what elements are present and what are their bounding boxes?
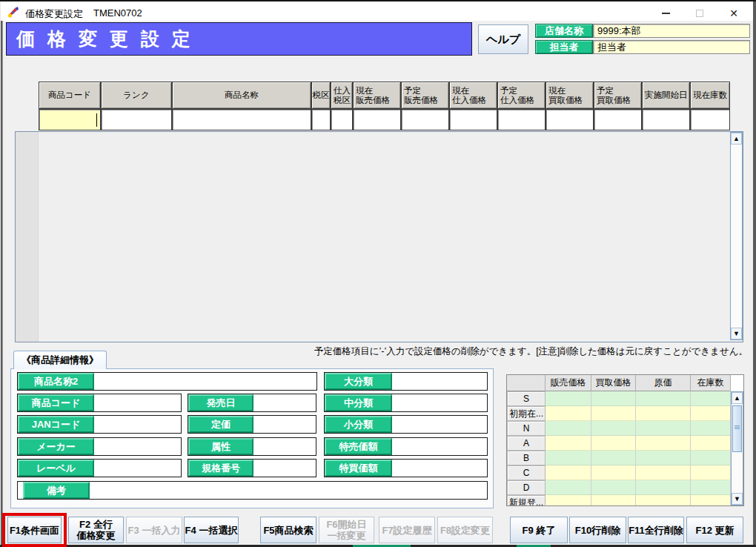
input-planned-sale-price[interactable] (401, 109, 449, 130)
col-header-planned-purchase-price: 予定 仕入価格 (497, 82, 546, 109)
scroll-down-icon[interactable]: ▼ (731, 328, 742, 339)
rank-row (546, 480, 731, 495)
help-button[interactable]: ヘルプ (478, 24, 528, 54)
field-input[interactable] (392, 394, 487, 411)
input-product-name[interactable] (172, 109, 311, 130)
window-title: 価格変更設定 (25, 7, 83, 21)
minimize-icon (662, 13, 670, 14)
field-label: JANコード (18, 416, 94, 433)
field-input[interactable] (392, 416, 487, 433)
field-maker: メーカー (17, 437, 182, 456)
f12-update-button[interactable]: F12 更新 (686, 517, 743, 543)
input-product-code[interactable] (39, 109, 101, 130)
field-input[interactable] (392, 438, 487, 455)
rank-grid-scrollbar[interactable]: ▲ ▼ (731, 391, 743, 505)
rank-col-cost: 原価 (636, 375, 691, 391)
field-special-buyback-price: 特買価額 (324, 459, 488, 477)
field-remarks: 備考 (17, 481, 488, 500)
product-list-row-header-column (16, 132, 39, 342)
input-purchase-tax[interactable] (331, 109, 353, 130)
f9-exit-button[interactable]: F9 終了 (510, 517, 568, 543)
field-label: 規格番号 (188, 460, 253, 477)
col-header-product-code: 商品コード (39, 82, 101, 109)
input-current-purchase-price[interactable] (449, 109, 497, 130)
rank-price-grid: 販売価格 買取価格 原価 在庫数 S 初期在... N A B C D 新規登.… (506, 374, 744, 506)
maximize-button[interactable] (683, 4, 717, 22)
col-header-current-sale-price: 現在 販売価格 (353, 82, 401, 109)
rank-row-label: A (507, 436, 546, 451)
input-tax[interactable] (311, 109, 331, 130)
scroll-up-icon[interactable]: ▲ (732, 392, 743, 404)
field-label: 属性 (188, 438, 253, 455)
table-header-row: 商品コード ランク 商品名称 税区 仕入 税区 現在 販売価格 予定 販売価格 … (39, 82, 730, 109)
f2-all-rows-price-change-button[interactable]: F2 全行 価格変更 (68, 517, 124, 543)
field-product-name2: 商品名称2 (17, 372, 317, 391)
field-input[interactable] (94, 460, 181, 477)
input-rank[interactable] (101, 109, 172, 130)
scroll-up-icon[interactable]: ▲ (731, 133, 742, 145)
scrollbar-thumb[interactable] (732, 405, 742, 452)
field-standard-number: 規格番号 (188, 459, 316, 477)
operator-label: 担当者 (535, 40, 593, 54)
note-text: 予定価格項目に’-’入力で設定価格の削除ができます。[注意]削除した価格は元に戻… (314, 345, 748, 358)
field-input[interactable] (90, 482, 487, 499)
f10-delete-row-button[interactable]: F10行削除 (569, 517, 626, 543)
page-title: 価 格 変 更 設 定 (6, 22, 472, 56)
product-list-area[interactable] (15, 131, 743, 342)
field-label: 備考 (23, 482, 90, 499)
minimize-button[interactable] (649, 4, 683, 22)
field-large-category: 大分類 (324, 372, 488, 391)
field-input[interactable] (253, 438, 316, 455)
field-input[interactable] (392, 460, 487, 477)
field-input[interactable] (94, 373, 316, 390)
field-product-code: 商品コード (17, 394, 182, 412)
field-release-date: 発売日 (188, 394, 316, 412)
f3-batch-input-button: F3 一括入力 (126, 517, 182, 543)
window-border-left (0, 1, 3, 547)
field-special-sale-price: 特売価額 (324, 437, 488, 456)
field-input[interactable] (253, 460, 316, 477)
field-label: 商品名称2 (18, 373, 94, 390)
input-stock[interactable] (690, 109, 730, 130)
field-label: 特買価額 (325, 460, 392, 477)
titlebar: 価格変更設定 TMEN0702 ✕ (1, 1, 753, 21)
col-header-product-name: 商品名称 (172, 82, 311, 109)
col-header-current-purchase-price: 現在 仕入価格 (449, 82, 497, 109)
field-label: メーカー (18, 438, 94, 455)
field-input[interactable] (94, 416, 181, 433)
rank-row (546, 391, 731, 406)
tab-product-detail[interactable]: 《商品詳細情報》 (13, 351, 107, 369)
col-header-tax: 税区 (311, 82, 331, 109)
field-input[interactable] (253, 394, 316, 411)
close-button[interactable]: ✕ (717, 4, 751, 22)
col-header-purchase-tax: 仕入 税区 (331, 82, 353, 109)
rank-row-label: S (507, 391, 546, 406)
field-input[interactable] (94, 394, 181, 411)
f4-batch-select-button[interactable]: F4 一括選択 (184, 517, 239, 543)
field-input[interactable] (392, 373, 487, 390)
rank-col-buyback-price: 買取価格 (591, 375, 636, 391)
field-label: レーベル (18, 460, 94, 477)
text-caret (96, 113, 97, 127)
input-planned-purchase-price[interactable] (497, 109, 546, 130)
scroll-down-icon[interactable]: ▼ (732, 493, 743, 505)
rank-row-label: 初期在... (507, 406, 546, 421)
field-input[interactable] (94, 438, 181, 455)
rank-col-stock: 在庫数 (691, 375, 731, 391)
col-header-planned-buyback-price: 予定 買取価格 (594, 82, 642, 109)
col-header-current-buyback-price: 現在 買取価格 (546, 82, 594, 109)
field-label: 大分類 (325, 373, 392, 390)
input-planned-buyback-price[interactable] (594, 109, 642, 130)
field-mid-category: 中分類 (324, 394, 488, 412)
field-input[interactable] (253, 416, 316, 433)
rank-row (546, 436, 731, 451)
input-current-buyback-price[interactable] (546, 109, 594, 130)
f11-delete-all-rows-button[interactable]: F11全行削除 (628, 517, 684, 543)
f7-setting-history-button: F7設定履歴 (379, 517, 435, 543)
rank-row (546, 421, 731, 436)
f5-product-search-button[interactable]: F5商品検索 (260, 517, 316, 543)
product-list-scrollbar[interactable]: ▲ ▼ (730, 132, 743, 340)
input-current-sale-price[interactable] (353, 109, 401, 130)
input-start-date[interactable] (642, 109, 690, 130)
field-label: 中分類 (325, 394, 392, 411)
